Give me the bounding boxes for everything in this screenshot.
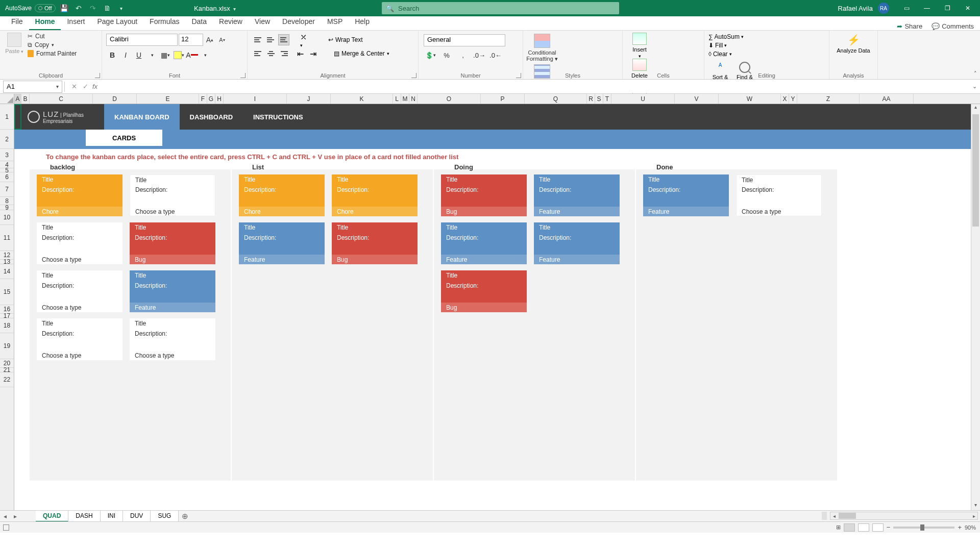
clear-button[interactable]: ◊Clear ▾ — [708, 51, 825, 58]
kanban-card[interactable]: Title Description: Feature — [441, 222, 527, 264]
accounting-format-button[interactable]: 💲▾ — [424, 49, 437, 61]
font-name-select[interactable]: Calibri — [106, 34, 178, 46]
col-header-H[interactable]: H — [215, 94, 224, 104]
ribbon-tab-file[interactable]: File — [5, 14, 29, 30]
name-box[interactable]: A1▾ — [3, 81, 62, 93]
kanban-card[interactable]: Title Description: Bug — [441, 270, 527, 312]
tab-scroll-split-icon[interactable] — [822, 512, 827, 520]
increase-indent-button[interactable]: ⇥ — [308, 48, 320, 59]
page-break-view-button[interactable] — [872, 523, 884, 532]
col-header-Q[interactable]: Q — [525, 94, 587, 104]
row-header-11[interactable]: 11 — [0, 225, 14, 251]
col-header-D[interactable]: D — [93, 94, 137, 104]
close-icon[interactable]: ✕ — [959, 2, 977, 14]
col-header-V[interactable]: V — [675, 94, 719, 104]
sheet-tab-ini[interactable]: INI — [101, 511, 123, 522]
ribbon-mode-icon[interactable]: ▭ — [897, 2, 916, 14]
align-bottom-button[interactable] — [278, 34, 289, 45]
zoom-in-button[interactable]: + — [958, 523, 962, 531]
fx-icon[interactable]: fx — [92, 83, 97, 90]
col-header-F[interactable]: F — [199, 94, 207, 104]
zoom-knob[interactable] — [920, 524, 924, 531]
sheet[interactable]: LUZ | PlanilhasEmpresariais KANBAN BOARD… — [14, 104, 971, 510]
row-header-19[interactable]: 19 — [0, 333, 14, 359]
align-center-button[interactable] — [265, 48, 277, 59]
collapse-ribbon-icon[interactable]: ˄ — [974, 70, 977, 77]
qat-dropdown-icon[interactable]: ▾ — [116, 3, 127, 14]
increase-decimal-button[interactable]: .0→ — [473, 49, 486, 61]
align-middle-button[interactable] — [265, 34, 277, 45]
ribbon-tab-home[interactable]: Home — [29, 14, 61, 30]
kanban-card[interactable]: Title Description: Feature — [130, 270, 215, 312]
kanban-card[interactable]: Title Description: Bug — [441, 174, 527, 216]
sheet-nav-next-icon[interactable]: ▸ — [10, 513, 20, 520]
scroll-up-icon[interactable]: ▴ — [971, 104, 980, 112]
col-header-U[interactable]: U — [611, 94, 675, 104]
row-header-5[interactable]: 5 — [0, 168, 14, 172]
underline-more-icon[interactable]: ▾ — [146, 49, 158, 61]
enter-formula-icon[interactable]: ✓ — [80, 83, 90, 90]
col-header-W[interactable]: W — [719, 94, 781, 104]
col-header-P[interactable]: P — [481, 94, 525, 104]
row-header-10[interactable]: 10 — [0, 210, 14, 225]
kanban-card[interactable]: Title Description: Chore — [332, 174, 418, 216]
percent-format-button[interactable]: % — [440, 49, 453, 61]
col-header-B[interactable]: B — [21, 94, 30, 104]
kanban-tab-board[interactable]: KANBAN BOARD — [104, 104, 180, 130]
zoom-out-button[interactable]: − — [887, 523, 891, 531]
display-settings-icon[interactable]: ⊞ — [836, 524, 841, 531]
fill-color-button[interactable]: ▾ — [173, 49, 185, 61]
col-header-T[interactable]: T — [603, 94, 611, 104]
col-header-K[interactable]: K — [331, 94, 393, 104]
sheet-tab-dash[interactable]: DASH — [68, 511, 100, 522]
alignment-dialog-icon[interactable] — [411, 73, 416, 78]
ribbon-tab-developer[interactable]: Developer — [276, 14, 321, 30]
align-top-button[interactable] — [253, 34, 264, 45]
avatar[interactable]: RA — [878, 3, 889, 14]
col-header-R[interactable]: R — [587, 94, 595, 104]
fill-button[interactable]: ⬇Fill ▾ — [708, 42, 825, 49]
ribbon-tab-review[interactable]: Review — [213, 14, 249, 30]
minimize-icon[interactable]: — — [918, 2, 936, 14]
zoom-slider[interactable] — [893, 527, 954, 529]
conditional-formatting-button[interactable]: Conditional Formatting ▾ — [526, 33, 558, 63]
orientation-button[interactable]: ⤫▾ — [299, 34, 310, 45]
col-header-I[interactable]: I — [224, 94, 287, 104]
col-header-S[interactable]: S — [595, 94, 603, 104]
user-name[interactable]: Rafael Avila — [838, 5, 873, 12]
col-header-A[interactable]: A — [14, 94, 21, 104]
cut-button[interactable]: ✂Cut — [28, 33, 77, 40]
borders-button[interactable]: ▦▾ — [159, 49, 172, 61]
scroll-down-icon[interactable]: ▾ — [971, 502, 980, 510]
clipboard-dialog-icon[interactable] — [95, 73, 100, 78]
sheet-tab-sug[interactable]: SUG — [151, 511, 179, 522]
row-header-14[interactable]: 14 — [0, 264, 14, 279]
col-header-Y[interactable]: Y — [789, 94, 797, 104]
kanban-tab-dashboard[interactable]: DASHBOARD — [180, 104, 243, 130]
select-all-button[interactable] — [0, 94, 14, 104]
macro-record-icon[interactable] — [3, 524, 9, 531]
col-header-Z[interactable]: Z — [797, 94, 860, 104]
font-color-button[interactable]: A — [186, 49, 198, 61]
kanban-card[interactable]: Title Description: Feature — [534, 174, 620, 216]
autosum-button[interactable]: ∑AutoSum ▾ — [708, 33, 825, 40]
redo-icon[interactable]: ↷ — [87, 3, 99, 14]
bold-button[interactable]: B — [106, 49, 118, 61]
autosave-toggle[interactable]: Off — [35, 4, 55, 12]
ribbon-tab-data[interactable]: Data — [185, 14, 213, 30]
ribbon-tab-formulas[interactable]: Formulas — [143, 14, 185, 30]
decrease-decimal-button[interactable]: .0← — [489, 49, 502, 61]
kanban-card[interactable]: Title Description: Choose a type — [37, 318, 122, 360]
row-header-17[interactable]: 17 — [0, 314, 14, 318]
save-icon[interactable]: 💾 — [59, 3, 70, 14]
analyze-data-button[interactable]: ⚡Analyze Data — [831, 34, 875, 54]
scroll-thumb[interactable] — [972, 114, 979, 227]
font-color-more-icon[interactable]: ▾ — [199, 49, 211, 61]
normal-view-button[interactable] — [844, 523, 855, 532]
page-layout-view-button[interactable] — [858, 523, 869, 532]
hscroll-thumb[interactable] — [839, 513, 856, 519]
zoom-level[interactable]: 90% — [965, 524, 976, 531]
paste-button[interactable]: Paste ▾ — [4, 33, 24, 57]
kanban-card[interactable]: Title Description: Choose a type — [130, 174, 215, 216]
row-header-7[interactable]: 7 — [0, 182, 14, 197]
